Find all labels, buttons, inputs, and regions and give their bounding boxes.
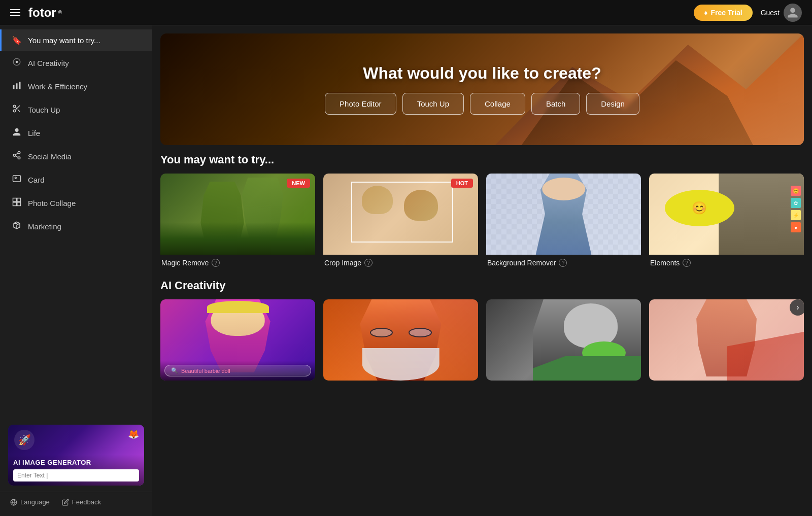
sidebar: 🔖 You may want to try... AI Creativity W… [0, 25, 152, 516]
collage-button[interactable]: Collage [470, 93, 525, 115]
photo-editor-button[interactable]: Photo Editor [325, 93, 396, 115]
sidebar-item-collage[interactable]: Photo Collage [0, 191, 152, 215]
sidebar-item-life-label: Life [28, 129, 40, 137]
guest-label: Guest [761, 9, 780, 17]
magic-remove-card[interactable]: NEW Magic Remove ? [160, 174, 315, 271]
hero-content: What would you like to create? Photo Edi… [160, 33, 804, 145]
sidebar-item-marketing-label: Marketing [28, 222, 61, 231]
svg-point-10 [13, 154, 16, 157]
svg-rect-14 [13, 176, 21, 182]
elements-label: Elements ? [649, 255, 804, 271]
main-layout: 🔖 You may want to try... AI Creativity W… [0, 25, 812, 516]
sidebar-item-card[interactable]: Card [0, 168, 152, 191]
free-trial-label: Free Trial [710, 9, 742, 17]
ai-card-3[interactable] [486, 299, 641, 381]
svg-line-8 [15, 107, 17, 109]
bg-remover-card[interactable]: #checker-bg { background-image: repeatin… [486, 174, 641, 271]
svg-rect-3 [19, 82, 21, 89]
social-icon [12, 151, 22, 162]
sidebar-item-try[interactable]: 🔖 You may want to try... [0, 29, 152, 51]
svg-rect-1 [13, 85, 15, 89]
sidebar-item-ai-label: AI Creativity [28, 59, 69, 67]
touch-up-button[interactable]: Touch Up [402, 93, 464, 115]
feedback-label: Feedback [72, 498, 101, 506]
pencil-icon [62, 499, 69, 506]
ai-banner-input[interactable] [13, 469, 139, 481]
next-button[interactable]: › [790, 299, 804, 316]
chart-icon [12, 81, 22, 92]
svg-line-13 [15, 153, 18, 155]
svg-line-7 [18, 110, 20, 112]
hot-badge: HOT [451, 179, 473, 188]
hero-banner: What would you like to create? Photo Edi… [160, 33, 804, 145]
guest-section: Guest [761, 4, 802, 22]
header-left: fotor ® [10, 6, 62, 20]
svg-point-9 [18, 152, 20, 154]
help-icon-2[interactable]: ? [364, 259, 373, 267]
svg-line-12 [15, 156, 18, 157]
crop-image-label: Crop Image ? [323, 255, 478, 271]
new-badge: NEW [287, 179, 310, 188]
sidebar-item-collage-label: Photo Collage [28, 199, 76, 208]
ai-banner[interactable]: 🚀 🦊 AI IMAGE GENERATOR [8, 425, 144, 486]
bg-remover-label: Background Remover ? [486, 255, 641, 271]
crop-image-card[interactable]: HOT Crop Image ? [323, 174, 478, 271]
design-button[interactable]: Design [586, 93, 639, 115]
help-icon-3[interactable]: ? [559, 259, 567, 267]
globe-icon [10, 499, 17, 506]
avatar[interactable] [784, 4, 802, 22]
try-section-title: You may want to try... [160, 153, 804, 166]
crown-icon: ♦ [704, 9, 707, 17]
batch-button[interactable]: Batch [531, 93, 580, 115]
ai-banner-title: AI IMAGE GENERATOR [13, 459, 139, 466]
person-icon [12, 127, 22, 139]
ai-card-2[interactable] [323, 299, 478, 381]
sidebar-item-touchup-label: Touch Up [28, 106, 60, 114]
sidebar-item-social[interactable]: Social Media [0, 145, 152, 168]
hero-title: What would you like to create? [363, 64, 601, 83]
ai-icon [12, 57, 22, 68]
logo[interactable]: fotor ® [28, 6, 62, 20]
svg-point-0 [16, 61, 18, 63]
svg-rect-17 [17, 198, 21, 202]
sidebar-item-card-label: Card [28, 176, 45, 184]
sidebar-item-life[interactable]: Life [0, 121, 152, 145]
svg-rect-19 [17, 202, 21, 206]
free-trial-button[interactable]: ♦ Free Trial [694, 5, 752, 21]
sidebar-item-touchup[interactable]: Touch Up [0, 98, 152, 121]
user-icon [787, 7, 799, 19]
sidebar-item-marketing[interactable]: Marketing [0, 215, 152, 238]
ai-creativity-title: AI Creativity [160, 279, 804, 292]
sidebar-item-work[interactable]: Work & Efficiency [0, 75, 152, 98]
main-content: What would you like to create? Photo Edi… [152, 25, 812, 516]
menu-toggle[interactable] [10, 9, 20, 16]
help-icon-4[interactable]: ? [683, 259, 691, 267]
marketing-icon [12, 221, 22, 232]
ai-cards: 🔍 Beautiful barbie doll [160, 299, 804, 381]
ai-creativity-section: AI Creativity 🔍 Beautifu [152, 279, 812, 389]
svg-rect-2 [16, 83, 18, 89]
svg-point-15 [15, 177, 16, 179]
app-header: fotor ® ♦ Free Trial Guest [0, 0, 812, 25]
ai-card-1[interactable]: 🔍 Beautiful barbie doll [160, 299, 315, 381]
svg-point-4 [13, 105, 16, 108]
collage-icon [12, 197, 22, 209]
sidebar-item-ai[interactable]: AI Creativity [0, 51, 152, 75]
elements-card[interactable]: 😊 😊 ✿ ⚡ ● Elements ? [649, 174, 804, 271]
language-label: Language [20, 498, 50, 506]
logo-text: fotor [28, 6, 56, 20]
svg-rect-18 [13, 202, 17, 206]
card-icon [12, 174, 22, 185]
sidebar-item-social-label: Social Media [28, 152, 72, 161]
header-right: ♦ Free Trial Guest [694, 4, 802, 22]
bookmark-icon: 🔖 [12, 36, 22, 45]
logo-sup: ® [58, 10, 62, 15]
language-item[interactable]: Language [10, 498, 50, 506]
feedback-item[interactable]: Feedback [62, 498, 101, 506]
ai-card-4[interactable]: › [649, 299, 804, 381]
svg-point-11 [18, 157, 20, 159]
svg-rect-16 [13, 198, 17, 202]
help-icon[interactable]: ? [212, 259, 220, 267]
sidebar-item-work-label: Work & Efficiency [28, 82, 87, 91]
svg-point-5 [13, 110, 16, 112]
